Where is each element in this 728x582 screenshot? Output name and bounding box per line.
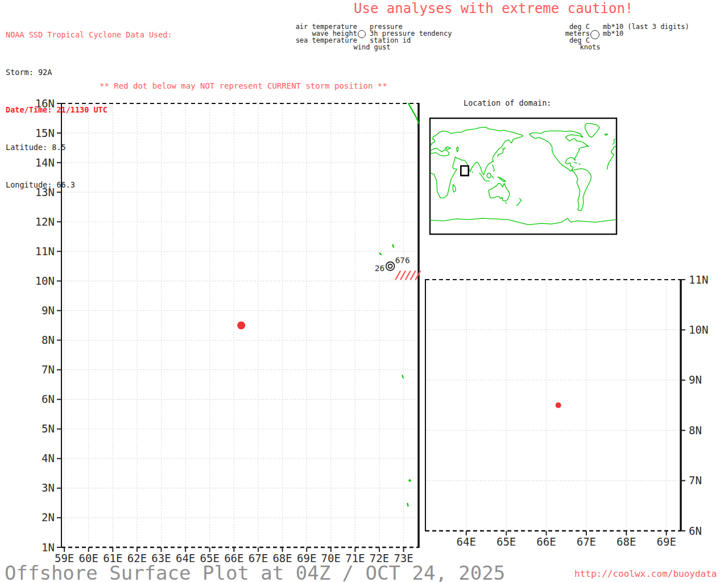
tick-label-lat: 5N [42,422,55,435]
station-inner-circle-icon [388,264,392,268]
legend-sea-temperature-label: sea temperature [250,37,357,44]
station-plot: 26676 [375,256,421,280]
missing-data-hatch [411,271,416,280]
units-pressure-tendency: mb*10 [603,30,623,37]
tick-label-lat: 6N [689,525,702,537]
tick-label-lat: 8N [689,424,702,436]
tick-label-lat: 10N [689,323,708,336]
storm-info-block: NOAA SSD Tropical Cyclone Data Used: Sto… [6,3,172,216]
world-coastlines [431,123,616,225]
india-coast-line [408,103,419,123]
island-mark [403,376,404,379]
data-source-line: NOAA SSD Tropical Cyclone Data Used: [6,28,172,41]
missing-data-hatch [406,271,411,280]
storm-datetime-line: Date/Time: 21/1130 UTC [6,103,172,116]
island-mark [408,479,411,481]
legend-wind-gust-label: wind gust [338,44,406,51]
tick-label-lon: 66E [536,535,556,548]
units-wind-gust: knots [574,44,606,51]
tick-label-lon: 69E [657,535,676,548]
tick-label-lon: 65E [497,535,516,548]
tick-label-lat: 11N [35,245,55,257]
tick-label-lat: 10N [35,275,55,287]
domain-location-box [461,166,468,176]
tick-label-lat: 7N [689,474,702,487]
tick-label-lat: 1N [42,541,55,554]
tick-label-lat: 9N [42,304,55,317]
tick-label-lat: 12N [35,215,55,228]
tick-label-lat: 4N [42,452,55,464]
units-model-circle-icon [590,30,599,39]
zoom-map-panel: 64E65E66E67E68E69E6N7N8N9N10N11N [425,273,708,548]
storm-position-dot [237,322,245,330]
station-sea-temperature-value: 26 [375,264,384,273]
units-sea-temperature: deg C [512,37,590,44]
tick-label-lon: 67E [577,535,596,548]
tick-label-lat: 6N [42,393,55,405]
tick-label-lon: 68E [617,535,636,548]
world-inset-map [430,118,617,234]
tick-label-lat: 7N [42,363,55,376]
island-mark [393,245,394,248]
island-mark [380,253,382,255]
storm-longitude-line: Longitude: 66.3 [6,178,172,191]
station-pressure-value: 676 [395,256,410,265]
island-mark [408,504,408,506]
storm-position-dot [556,402,561,408]
missing-data-hatch [400,271,406,280]
caution-banner: Use analyses with extreme caution! [354,1,633,16]
page-title: Offshore Surface Plot at 04Z / OCT 24, 2… [5,563,505,582]
tick-label-lat: 8N [42,334,55,346]
station-model-circle-icon [358,30,366,38]
tick-label-lat: 11N [689,273,708,286]
storm-id-line: Storm: 92A [6,66,172,78]
offshore-surface-plot-page: 59E60E61E62E63E64E65E66E67E68E69E70E71E7… [0,0,728,582]
source-url-link[interactable]: http://coolwx.com/buoydata [574,568,717,579]
station-circle-icon [386,262,395,271]
missing-data-hatch [395,271,400,280]
inset-title: Location of domain: [464,98,551,107]
tick-label-lat: 2N [42,511,55,523]
storm-latitude-line: Latitude: 8.5 [6,141,172,153]
tick-label-lat: 9N [689,373,702,386]
storm-position-warning: ** Red dot below may NOT represent CURRE… [100,81,387,90]
tick-label-lat: 3N [42,481,55,494]
tick-label-lon: 64E [457,535,476,548]
main-map-coastlines [380,103,419,506]
